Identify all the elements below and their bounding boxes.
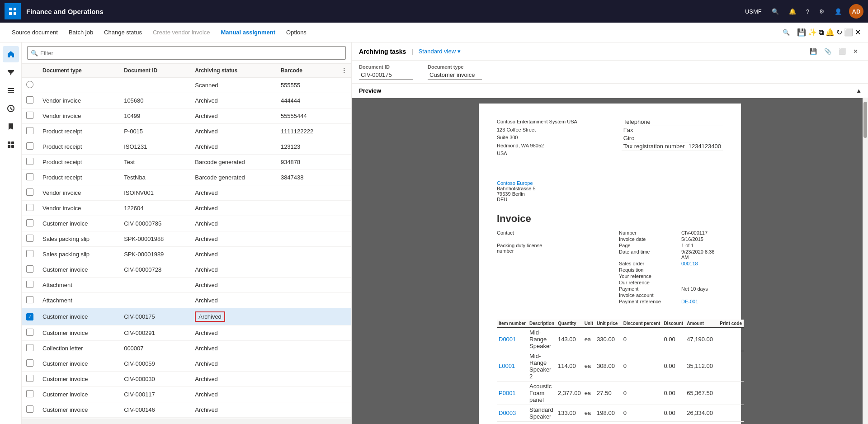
- row-more-menu[interactable]: [337, 402, 351, 418]
- open-new-icon[interactable]: ⧉: [819, 28, 824, 37]
- row-checkbox[interactable]: [26, 265, 33, 273]
- row-checkbox-cell[interactable]: [22, 93, 38, 108]
- row-more-menu[interactable]: [337, 247, 351, 262]
- row-more-menu[interactable]: [337, 93, 351, 108]
- grid-menu-button[interactable]: [5, 3, 21, 19]
- row-checkbox-cell[interactable]: [22, 387, 38, 402]
- cmd-search-icon[interactable]: 🔍: [781, 27, 792, 38]
- document-type-value[interactable]: Customer invoice: [428, 71, 482, 80]
- row-checkbox[interactable]: [26, 281, 33, 288]
- row-checkbox[interactable]: [26, 112, 33, 119]
- row-checkbox[interactable]: [26, 235, 33, 242]
- sidebar-recent-icon[interactable]: [3, 100, 19, 117]
- table-row[interactable]: Customer invoiceCIV-000291Archived: [22, 325, 351, 341]
- row-more-menu[interactable]: [337, 139, 351, 155]
- row-checkbox-cell[interactable]: [22, 402, 38, 418]
- cmd-source-document[interactable]: Source document: [7, 26, 62, 38]
- table-row[interactable]: Customer invoiceCIV-000059Archived: [22, 356, 351, 372]
- sidebar-workspace-icon[interactable]: [3, 137, 19, 153]
- row-more-menu[interactable]: [337, 155, 351, 170]
- table-row[interactable]: Sales packing slipSPK-00001988Archived: [22, 231, 351, 247]
- row-checkbox-cell[interactable]: ✓: [22, 308, 38, 325]
- row-more-menu[interactable]: [337, 185, 351, 201]
- row-checkbox-cell[interactable]: [22, 278, 38, 293]
- table-row[interactable]: Customer invoiceCIV-000117Archived: [22, 387, 351, 402]
- personalize-icon[interactable]: ✨: [808, 28, 817, 37]
- row-more-menu[interactable]: [337, 170, 351, 185]
- row-checkbox-cell[interactable]: [22, 356, 38, 372]
- table-row[interactable]: ✓Customer invoiceCIV-000175Archived: [22, 308, 351, 325]
- table-row[interactable]: Vendor invoice105680Archived444444: [22, 93, 351, 108]
- row-more-menu[interactable]: [337, 293, 351, 308]
- table-row[interactable]: Customer invoiceCIV-00000785Archived: [22, 216, 351, 231]
- row-more-menu[interactable]: [337, 108, 351, 124]
- table-row[interactable]: Product receiptTestBarcode generated9348…: [22, 155, 351, 170]
- view-selector[interactable]: Standard view ▾: [419, 48, 461, 55]
- row-more-menu[interactable]: [337, 278, 351, 293]
- detail-header-attach[interactable]: 📎: [821, 46, 834, 57]
- table-row[interactable]: Customer invoiceCIV-000030Archived: [22, 372, 351, 387]
- row-checkbox-cell[interactable]: [22, 185, 38, 201]
- horizontal-scrollbar[interactable]: [22, 419, 351, 424]
- row-checkbox-cell[interactable]: [22, 231, 38, 247]
- row-checkbox-cell[interactable]: [22, 247, 38, 262]
- row-checkbox-cell[interactable]: [22, 155, 38, 170]
- avatar[interactable]: AD: [849, 4, 863, 19]
- save-icon[interactable]: 💾: [797, 28, 806, 37]
- row-checkbox[interactable]: [26, 375, 33, 382]
- row-checkbox-cell[interactable]: [22, 293, 38, 308]
- notification-badge[interactable]: 🔔: [826, 28, 835, 37]
- row-more-menu[interactable]: [337, 262, 351, 278]
- table-row[interactable]: Collection letter000007Archived: [22, 341, 351, 356]
- detail-header-close[interactable]: ✕: [850, 46, 861, 57]
- sidebar-filter-icon[interactable]: [3, 64, 19, 80]
- restore-icon[interactable]: ⬜: [844, 28, 853, 37]
- detail-header-expand[interactable]: ⬜: [836, 46, 849, 57]
- org-selector[interactable]: USMF: [742, 6, 764, 17]
- row-checkbox[interactable]: [26, 142, 33, 150]
- row-checkbox[interactable]: [26, 158, 33, 165]
- detail-header-save[interactable]: 💾: [807, 46, 820, 57]
- user-icon[interactable]: 👤: [832, 6, 844, 17]
- row-more-menu[interactable]: [337, 308, 351, 325]
- table-row[interactable]: AttachmentArchived: [22, 293, 351, 308]
- close-window-icon[interactable]: ✕: [855, 28, 861, 37]
- row-radio[interactable]: [26, 81, 33, 88]
- table-row[interactable]: Product receiptP-0015Archived1111122222: [22, 124, 351, 139]
- row-checkbox-cell[interactable]: [22, 108, 38, 124]
- vertical-scrollbar[interactable]: [863, 98, 868, 424]
- table-row[interactable]: Sales packing slipSPK-00001989Archived: [22, 247, 351, 262]
- row-checkbox[interactable]: [26, 390, 33, 397]
- row-checkbox-cell[interactable]: [22, 262, 38, 278]
- row-more-menu[interactable]: [337, 201, 351, 216]
- table-row[interactable]: Vendor invoice122604Archived: [22, 201, 351, 216]
- row-checkbox[interactable]: ✓: [26, 313, 33, 320]
- row-checkbox[interactable]: [26, 188, 33, 196]
- scrollbar-thumb[interactable]: [863, 102, 867, 138]
- row-checkbox[interactable]: [26, 96, 33, 104]
- refresh-icon[interactable]: ↻: [836, 28, 842, 37]
- row-checkbox-cell[interactable]: [22, 139, 38, 155]
- row-checkbox[interactable]: [26, 219, 33, 226]
- row-checkbox[interactable]: [26, 329, 33, 336]
- row-checkbox[interactable]: [26, 250, 33, 257]
- cmd-manual-assignment[interactable]: Manual assignment: [216, 26, 280, 38]
- cmd-options[interactable]: Options: [282, 26, 311, 38]
- table-row[interactable]: AttachmentArchived: [22, 278, 351, 293]
- row-more-menu[interactable]: [337, 216, 351, 231]
- help-icon[interactable]: ?: [803, 6, 812, 17]
- settings-icon[interactable]: ⚙: [816, 6, 827, 17]
- row-more-menu[interactable]: [337, 387, 351, 402]
- row-checkbox-cell[interactable]: [22, 170, 38, 185]
- table-row[interactable]: Vendor invoiceISOINV001Archived: [22, 185, 351, 201]
- table-row[interactable]: Vendor invoice10499Archived55555444: [22, 108, 351, 124]
- row-checkbox-cell[interactable]: [22, 372, 38, 387]
- table-row[interactable]: Product receiptISO1231Archived123123: [22, 139, 351, 155]
- row-checkbox[interactable]: [26, 405, 33, 413]
- row-more-menu[interactable]: [337, 231, 351, 247]
- row-checkbox-cell[interactable]: [22, 216, 38, 231]
- document-id-value[interactable]: CIV-000175: [359, 71, 413, 80]
- row-checkbox-cell[interactable]: [22, 124, 38, 139]
- row-checkbox-cell[interactable]: [22, 78, 38, 93]
- table-row[interactable]: Customer invoiceCIV-000146Archived: [22, 402, 351, 418]
